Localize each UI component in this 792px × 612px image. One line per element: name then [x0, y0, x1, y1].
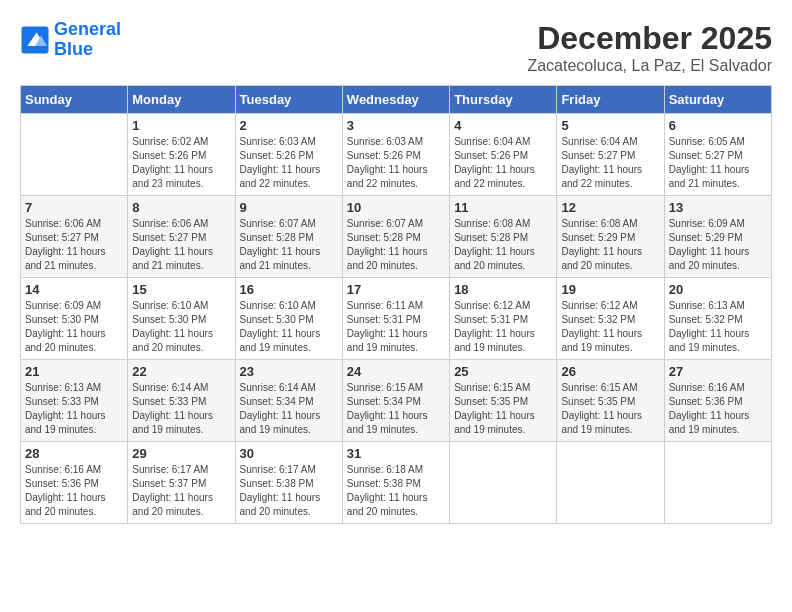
calendar-week-row: 7Sunrise: 6:06 AMSunset: 5:27 PMDaylight… — [21, 196, 772, 278]
day-info: Sunrise: 6:16 AMSunset: 5:36 PMDaylight:… — [669, 381, 767, 437]
day-number: 18 — [454, 282, 552, 297]
day-number: 17 — [347, 282, 445, 297]
calendar-cell: 22Sunrise: 6:14 AMSunset: 5:33 PMDayligh… — [128, 360, 235, 442]
day-info: Sunrise: 6:15 AMSunset: 5:34 PMDaylight:… — [347, 381, 445, 437]
day-info: Sunrise: 6:11 AMSunset: 5:31 PMDaylight:… — [347, 299, 445, 355]
location: Zacatecoluca, La Paz, El Salvador — [527, 57, 772, 75]
calendar-cell: 8Sunrise: 6:06 AMSunset: 5:27 PMDaylight… — [128, 196, 235, 278]
day-number: 1 — [132, 118, 230, 133]
calendar-cell: 18Sunrise: 6:12 AMSunset: 5:31 PMDayligh… — [450, 278, 557, 360]
day-info: Sunrise: 6:12 AMSunset: 5:32 PMDaylight:… — [561, 299, 659, 355]
day-number: 2 — [240, 118, 338, 133]
calendar-cell: 9Sunrise: 6:07 AMSunset: 5:28 PMDaylight… — [235, 196, 342, 278]
calendar-cell: 6Sunrise: 6:05 AMSunset: 5:27 PMDaylight… — [664, 114, 771, 196]
calendar-cell: 14Sunrise: 6:09 AMSunset: 5:30 PMDayligh… — [21, 278, 128, 360]
calendar-cell: 26Sunrise: 6:15 AMSunset: 5:35 PMDayligh… — [557, 360, 664, 442]
calendar-cell: 17Sunrise: 6:11 AMSunset: 5:31 PMDayligh… — [342, 278, 449, 360]
calendar-cell: 13Sunrise: 6:09 AMSunset: 5:29 PMDayligh… — [664, 196, 771, 278]
calendar-cell: 28Sunrise: 6:16 AMSunset: 5:36 PMDayligh… — [21, 442, 128, 524]
day-info: Sunrise: 6:15 AMSunset: 5:35 PMDaylight:… — [561, 381, 659, 437]
day-number: 25 — [454, 364, 552, 379]
day-number: 8 — [132, 200, 230, 215]
logo-text: General Blue — [54, 20, 121, 60]
logo: General Blue — [20, 20, 121, 60]
calendar-header-row: SundayMondayTuesdayWednesdayThursdayFrid… — [21, 86, 772, 114]
calendar-cell — [557, 442, 664, 524]
weekday-header: Thursday — [450, 86, 557, 114]
day-info: Sunrise: 6:14 AMSunset: 5:34 PMDaylight:… — [240, 381, 338, 437]
day-info: Sunrise: 6:03 AMSunset: 5:26 PMDaylight:… — [240, 135, 338, 191]
day-number: 30 — [240, 446, 338, 461]
calendar-week-row: 1Sunrise: 6:02 AMSunset: 5:26 PMDaylight… — [21, 114, 772, 196]
day-number: 26 — [561, 364, 659, 379]
calendar-cell — [450, 442, 557, 524]
day-info: Sunrise: 6:17 AMSunset: 5:37 PMDaylight:… — [132, 463, 230, 519]
day-number: 14 — [25, 282, 123, 297]
logo-general: General — [54, 19, 121, 39]
calendar-cell: 19Sunrise: 6:12 AMSunset: 5:32 PMDayligh… — [557, 278, 664, 360]
calendar-cell — [21, 114, 128, 196]
day-number: 5 — [561, 118, 659, 133]
day-number: 24 — [347, 364, 445, 379]
day-number: 27 — [669, 364, 767, 379]
day-number: 9 — [240, 200, 338, 215]
calendar-cell: 31Sunrise: 6:18 AMSunset: 5:38 PMDayligh… — [342, 442, 449, 524]
title-area: December 2025 Zacatecoluca, La Paz, El S… — [527, 20, 772, 75]
day-info: Sunrise: 6:10 AMSunset: 5:30 PMDaylight:… — [240, 299, 338, 355]
day-info: Sunrise: 6:06 AMSunset: 5:27 PMDaylight:… — [132, 217, 230, 273]
day-number: 23 — [240, 364, 338, 379]
day-number: 28 — [25, 446, 123, 461]
day-info: Sunrise: 6:10 AMSunset: 5:30 PMDaylight:… — [132, 299, 230, 355]
logo-icon — [20, 25, 50, 55]
day-number: 16 — [240, 282, 338, 297]
day-number: 22 — [132, 364, 230, 379]
calendar-cell: 21Sunrise: 6:13 AMSunset: 5:33 PMDayligh… — [21, 360, 128, 442]
header: General Blue December 2025 Zacatecoluca,… — [20, 20, 772, 75]
calendar-cell: 29Sunrise: 6:17 AMSunset: 5:37 PMDayligh… — [128, 442, 235, 524]
day-info: Sunrise: 6:17 AMSunset: 5:38 PMDaylight:… — [240, 463, 338, 519]
calendar-cell: 25Sunrise: 6:15 AMSunset: 5:35 PMDayligh… — [450, 360, 557, 442]
calendar-cell: 16Sunrise: 6:10 AMSunset: 5:30 PMDayligh… — [235, 278, 342, 360]
calendar-cell: 10Sunrise: 6:07 AMSunset: 5:28 PMDayligh… — [342, 196, 449, 278]
logo-blue: Blue — [54, 39, 93, 59]
weekday-header: Tuesday — [235, 86, 342, 114]
day-info: Sunrise: 6:03 AMSunset: 5:26 PMDaylight:… — [347, 135, 445, 191]
day-number: 4 — [454, 118, 552, 133]
calendar-cell: 5Sunrise: 6:04 AMSunset: 5:27 PMDaylight… — [557, 114, 664, 196]
day-number: 19 — [561, 282, 659, 297]
day-info: Sunrise: 6:12 AMSunset: 5:31 PMDaylight:… — [454, 299, 552, 355]
weekday-header: Sunday — [21, 86, 128, 114]
day-number: 11 — [454, 200, 552, 215]
day-number: 31 — [347, 446, 445, 461]
day-number: 29 — [132, 446, 230, 461]
day-info: Sunrise: 6:13 AMSunset: 5:32 PMDaylight:… — [669, 299, 767, 355]
weekday-header: Monday — [128, 86, 235, 114]
calendar-cell: 2Sunrise: 6:03 AMSunset: 5:26 PMDaylight… — [235, 114, 342, 196]
calendar-cell: 27Sunrise: 6:16 AMSunset: 5:36 PMDayligh… — [664, 360, 771, 442]
day-info: Sunrise: 6:04 AMSunset: 5:26 PMDaylight:… — [454, 135, 552, 191]
calendar-cell: 7Sunrise: 6:06 AMSunset: 5:27 PMDaylight… — [21, 196, 128, 278]
day-info: Sunrise: 6:08 AMSunset: 5:29 PMDaylight:… — [561, 217, 659, 273]
weekday-header: Wednesday — [342, 86, 449, 114]
day-info: Sunrise: 6:09 AMSunset: 5:30 PMDaylight:… — [25, 299, 123, 355]
calendar-cell — [664, 442, 771, 524]
calendar-cell: 20Sunrise: 6:13 AMSunset: 5:32 PMDayligh… — [664, 278, 771, 360]
calendar-week-row: 14Sunrise: 6:09 AMSunset: 5:30 PMDayligh… — [21, 278, 772, 360]
calendar-cell: 24Sunrise: 6:15 AMSunset: 5:34 PMDayligh… — [342, 360, 449, 442]
calendar-table: SundayMondayTuesdayWednesdayThursdayFrid… — [20, 85, 772, 524]
day-info: Sunrise: 6:02 AMSunset: 5:26 PMDaylight:… — [132, 135, 230, 191]
day-number: 15 — [132, 282, 230, 297]
calendar-cell: 3Sunrise: 6:03 AMSunset: 5:26 PMDaylight… — [342, 114, 449, 196]
day-number: 7 — [25, 200, 123, 215]
calendar-cell: 1Sunrise: 6:02 AMSunset: 5:26 PMDaylight… — [128, 114, 235, 196]
calendar-cell: 23Sunrise: 6:14 AMSunset: 5:34 PMDayligh… — [235, 360, 342, 442]
day-number: 20 — [669, 282, 767, 297]
day-number: 3 — [347, 118, 445, 133]
day-info: Sunrise: 6:13 AMSunset: 5:33 PMDaylight:… — [25, 381, 123, 437]
day-number: 6 — [669, 118, 767, 133]
calendar-cell: 15Sunrise: 6:10 AMSunset: 5:30 PMDayligh… — [128, 278, 235, 360]
calendar-cell: 4Sunrise: 6:04 AMSunset: 5:26 PMDaylight… — [450, 114, 557, 196]
day-number: 13 — [669, 200, 767, 215]
day-info: Sunrise: 6:16 AMSunset: 5:36 PMDaylight:… — [25, 463, 123, 519]
day-info: Sunrise: 6:15 AMSunset: 5:35 PMDaylight:… — [454, 381, 552, 437]
